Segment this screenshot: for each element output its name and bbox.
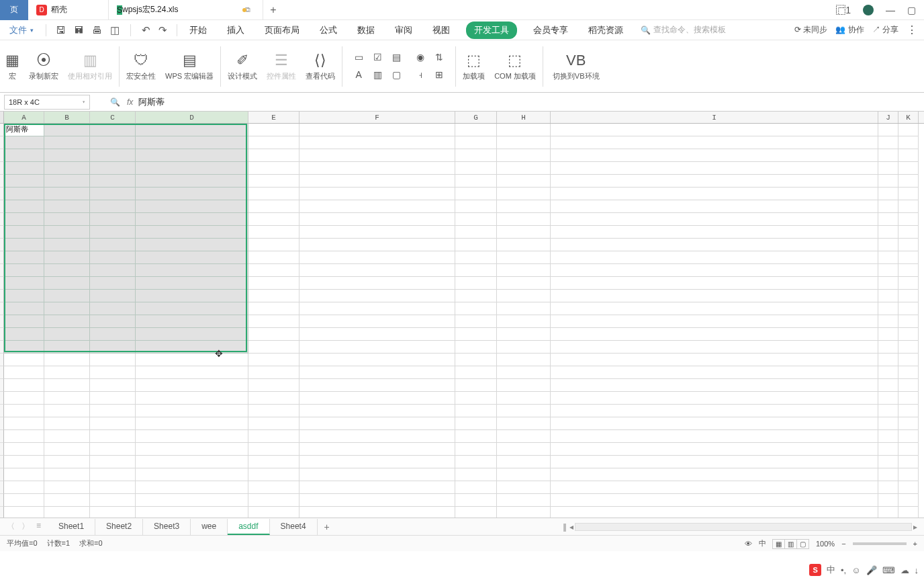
cell[interactable] — [4, 341, 44, 354]
cell[interactable] — [90, 417, 136, 430]
cell[interactable] — [136, 290, 248, 302]
cell[interactable] — [90, 277, 136, 290]
cell[interactable] — [90, 251, 136, 264]
ctrl-combo-icon[interactable]: ▢ — [389, 68, 403, 81]
cell[interactable] — [248, 468, 299, 481]
cell[interactable] — [136, 417, 248, 430]
menu-tab-9[interactable]: 稻壳资源 — [584, 22, 627, 39]
cell[interactable] — [248, 481, 299, 494]
cell[interactable] — [248, 239, 299, 251]
cell[interactable] — [455, 366, 497, 379]
cell[interactable] — [136, 226, 248, 239]
cell[interactable] — [455, 341, 497, 354]
cell[interactable] — [248, 354, 299, 366]
cell[interactable] — [4, 200, 44, 213]
menu-tab-0[interactable]: 开始 — [185, 22, 211, 39]
cell[interactable] — [44, 277, 90, 290]
cell[interactable] — [299, 494, 455, 507]
cell[interactable] — [878, 392, 898, 405]
col-header-K[interactable]: K — [898, 112, 919, 123]
cell[interactable] — [455, 481, 497, 494]
cell[interactable] — [4, 443, 44, 456]
cell[interactable] — [551, 124, 878, 136]
cell[interactable] — [4, 417, 44, 430]
cell[interactable] — [878, 226, 898, 239]
cell[interactable] — [4, 188, 44, 200]
cell[interactable] — [497, 124, 551, 136]
col-header-H[interactable]: H — [497, 112, 551, 123]
cell[interactable] — [898, 456, 919, 468]
macro-security-button[interactable]: 🛡宏安全性 — [126, 52, 156, 81]
cell[interactable] — [136, 136, 248, 149]
cell[interactable] — [90, 481, 136, 494]
cell[interactable] — [299, 379, 455, 392]
cell[interactable] — [497, 430, 551, 443]
cell[interactable] — [898, 443, 919, 456]
cell[interactable] — [898, 239, 919, 251]
cell[interactable] — [898, 392, 919, 405]
cell[interactable] — [44, 175, 90, 188]
dock-tab[interactable]: D 稻壳 — [28, 0, 109, 20]
cell[interactable] — [551, 405, 878, 417]
cell[interactable] — [299, 328, 455, 341]
cell[interactable] — [248, 290, 299, 302]
cell[interactable] — [4, 226, 44, 239]
sync-button[interactable]: ⟳ 未同步 — [794, 24, 827, 36]
cell[interactable] — [248, 405, 299, 417]
design-mode-button[interactable]: ✐设计模式 — [228, 52, 257, 81]
cell[interactable] — [878, 468, 898, 481]
cell[interactable] — [136, 149, 248, 162]
cell[interactable] — [551, 175, 878, 188]
cell[interactable] — [878, 200, 898, 213]
cell[interactable] — [497, 277, 551, 290]
cell[interactable] — [299, 302, 455, 315]
ctrl-button-icon[interactable]: ▭ — [352, 50, 365, 64]
cell[interactable] — [898, 507, 919, 518]
sheet-tab-wee[interactable]: wee — [191, 519, 228, 535]
cell[interactable] — [90, 239, 136, 251]
cell[interactable] — [551, 290, 878, 302]
cell[interactable] — [248, 494, 299, 507]
cell[interactable] — [136, 277, 248, 290]
print-icon[interactable]: 🖶 — [92, 24, 102, 36]
cell[interactable] — [497, 149, 551, 162]
home-tab[interactable]: 页 — [0, 0, 28, 20]
cell[interactable] — [551, 302, 878, 315]
cell[interactable] — [878, 443, 898, 456]
cell[interactable] — [898, 264, 919, 277]
cell[interactable] — [44, 251, 90, 264]
cell[interactable] — [878, 328, 898, 341]
cell[interactable] — [136, 251, 248, 264]
cell[interactable] — [44, 443, 90, 456]
cell[interactable] — [44, 226, 90, 239]
cell[interactable] — [497, 315, 551, 328]
cell[interactable] — [4, 277, 44, 290]
save-icon[interactable]: 🖫 — [56, 24, 66, 36]
col-header-G[interactable]: G — [455, 112, 497, 123]
cell[interactable] — [551, 328, 878, 341]
ctrl-radio-icon[interactable]: ◉ — [414, 50, 427, 64]
cell[interactable] — [551, 162, 878, 175]
col-header-C[interactable]: C — [90, 112, 136, 123]
cell[interactable] — [44, 200, 90, 213]
cell[interactable] — [299, 175, 455, 188]
cell[interactable] — [136, 430, 248, 443]
cell[interactable] — [90, 175, 136, 188]
cell[interactable] — [455, 430, 497, 443]
cell[interactable] — [248, 175, 299, 188]
control-props-button[interactable]: ☰控件属性 — [267, 52, 296, 81]
cell[interactable] — [299, 162, 455, 175]
cell[interactable] — [878, 507, 898, 518]
cell[interactable] — [299, 392, 455, 405]
cell[interactable] — [878, 456, 898, 468]
cell[interactable] — [497, 188, 551, 200]
cell[interactable] — [455, 213, 497, 226]
cell[interactable] — [4, 162, 44, 175]
cell[interactable] — [248, 251, 299, 264]
cell[interactable] — [898, 277, 919, 290]
ime-lang[interactable]: 中 — [827, 564, 835, 576]
cell[interactable] — [90, 162, 136, 175]
undo-icon[interactable]: ↶ — [142, 24, 150, 36]
cell[interactable] — [299, 200, 455, 213]
cell[interactable] — [44, 354, 90, 366]
